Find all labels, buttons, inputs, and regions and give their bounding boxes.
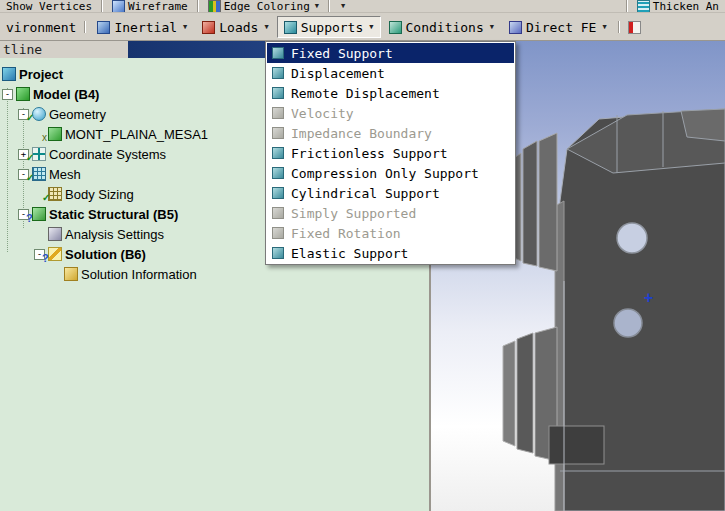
- conditions-icon: [389, 21, 402, 34]
- supports-button[interactable]: Supports ▼: [277, 16, 381, 38]
- menu-item-velocity[interactable]: Velocity: [267, 103, 514, 123]
- chevron-down-icon: ▼: [341, 2, 345, 10]
- loads-button[interactable]: Loads ▼: [195, 16, 275, 38]
- menu-item-cylindrical-support[interactable]: Cylindrical Support: [267, 183, 514, 203]
- hidden-badge: x: [42, 133, 47, 143]
- direct-fe-label: Direct FE: [526, 20, 596, 35]
- tree-item-label: Static Structural (B5): [49, 207, 178, 222]
- tree-item-label: Body Sizing: [65, 187, 134, 202]
- menu-item-label: Fixed Rotation: [291, 226, 401, 241]
- simply-supported-icon: [272, 207, 284, 219]
- menu-item-label: Velocity: [291, 106, 354, 121]
- menu-item-label: Remote Displacement: [291, 86, 440, 101]
- tree-item-label: Coordinate Systems: [49, 147, 166, 162]
- question-badge: ?: [26, 213, 33, 223]
- question-badge: ?: [42, 253, 49, 263]
- coordinate-systems-icon: ✓: [32, 147, 46, 161]
- body-sizing-icon: ✓: [48, 187, 62, 201]
- chevron-down-icon: ▼: [602, 23, 606, 31]
- chevron-down-icon: ▼: [490, 23, 494, 31]
- menu-item-frictionless-support[interactable]: Frictionless Support: [267, 143, 514, 163]
- displacement-icon: [272, 67, 284, 79]
- tree-item-label: Model (B4): [33, 87, 99, 102]
- menu-item-label: Displacement: [291, 66, 385, 81]
- loads-label: Loads: [219, 20, 258, 35]
- inertial-label: Inertial: [114, 20, 177, 35]
- menu-item-fixed-rotation[interactable]: Fixed Rotation: [267, 223, 514, 243]
- toolbar-separator: [84, 21, 86, 33]
- outline-title: tline: [0, 41, 128, 58]
- worksheet-button[interactable]: [624, 14, 645, 40]
- edge-thickness-dropdown[interactable]: ▼: [335, 0, 349, 12]
- static-structural-icon: ?: [32, 207, 46, 221]
- tree-item-label: Solution (B6): [65, 247, 146, 262]
- worksheet-icon: [628, 21, 641, 34]
- thicken-annotations-button[interactable]: Thicken An: [633, 0, 723, 12]
- direct-fe-icon: [509, 21, 522, 34]
- menu-item-label: Compression Only Support: [291, 166, 479, 181]
- velocity-icon: [272, 107, 284, 119]
- wireframe-button[interactable]: Wireframe: [108, 0, 192, 12]
- solid-body-icon: x: [48, 127, 62, 141]
- fixed-support-icon: [272, 47, 284, 59]
- toolbar-separator: [197, 0, 199, 12]
- menu-item-elastic-support[interactable]: Elastic Support: [267, 243, 514, 263]
- analysis-settings-icon: [48, 227, 62, 241]
- inertial-icon: [97, 21, 110, 34]
- menu-item-label: Simply Supported: [291, 206, 416, 221]
- menu-item-label: Cylindrical Support: [291, 186, 440, 201]
- tree-item-label: MONT_PLAINA_MESA1: [65, 127, 208, 142]
- thicken-annotations-icon: [637, 0, 650, 13]
- compression-only-support-icon: [272, 167, 284, 179]
- selection-cross-icon: +: [644, 289, 653, 307]
- environment-label: vironment: [2, 20, 80, 35]
- solution-icon: ?: [48, 247, 62, 261]
- chevron-down-icon: ▼: [369, 23, 373, 31]
- tree-item-label: Solution Information: [81, 267, 197, 282]
- supports-icon: [284, 21, 297, 34]
- graphics-toolbar: Show Vertices Wireframe Edge Coloring ▼ …: [0, 0, 725, 13]
- project-icon: [2, 67, 16, 81]
- toolbar-separator: [618, 21, 620, 33]
- menu-item-remote-displacement[interactable]: Remote Displacement: [267, 83, 514, 103]
- impedance-boundary-icon: [272, 127, 284, 139]
- tree-item-label: Analysis Settings: [65, 227, 164, 242]
- toolbar-separator: [626, 0, 628, 12]
- edge-coloring-label: Edge Coloring: [224, 0, 310, 13]
- inertial-button[interactable]: Inertial ▼: [90, 16, 194, 38]
- edge-coloring-icon: [208, 0, 221, 13]
- tree-item-label: Geometry: [49, 107, 106, 122]
- show-vertices-button[interactable]: Show Vertices: [2, 0, 96, 12]
- menu-item-impedance-boundary[interactable]: Impedance Boundary: [267, 123, 514, 143]
- menu-item-label: Frictionless Support: [291, 146, 448, 161]
- mechanical-window: Show Vertices Wireframe Edge Coloring ▼ …: [0, 0, 725, 511]
- chevron-down-icon: ▼: [264, 23, 268, 31]
- supports-label: Supports: [301, 20, 364, 35]
- menu-item-label: Elastic Support: [291, 246, 408, 261]
- check-badge: ✓: [42, 193, 50, 203]
- chevron-down-icon: ▼: [315, 2, 319, 10]
- direct-fe-button[interactable]: Direct FE ▼: [502, 16, 614, 38]
- tree-item-solution-information[interactable]: Solution Information: [0, 264, 429, 284]
- edge-coloring-button[interactable]: Edge Coloring ▼: [204, 0, 323, 12]
- menu-item-displacement[interactable]: Displacement: [267, 63, 514, 83]
- supports-dropdown-menu: Fixed Support Displacement Remote Displa…: [265, 41, 516, 265]
- thicken-annotations-label: Thicken An: [653, 0, 719, 13]
- chevron-down-icon: ▼: [183, 23, 187, 31]
- toolbar-separator: [328, 0, 330, 12]
- check-badge: ✓: [26, 113, 34, 123]
- menu-item-simply-supported[interactable]: Simply Supported: [267, 203, 514, 223]
- tree-item-label: Mesh: [49, 167, 81, 182]
- show-vertices-label: Show Vertices: [6, 0, 92, 13]
- collapse-icon[interactable]: -: [2, 89, 13, 100]
- fixed-rotation-icon: [272, 227, 284, 239]
- menu-item-compression-only-support[interactable]: Compression Only Support: [267, 163, 514, 183]
- conditions-button[interactable]: Conditions ▼: [382, 16, 502, 38]
- cylindrical-support-icon: [272, 187, 284, 199]
- menu-item-fixed-support[interactable]: Fixed Support: [267, 43, 514, 63]
- tree-item-label: Project: [19, 67, 63, 82]
- geometry-icon: ✓: [32, 107, 46, 121]
- menu-item-label: Impedance Boundary: [291, 126, 432, 141]
- check-badge: ✓: [26, 153, 34, 163]
- menu-item-label: Fixed Support: [291, 46, 393, 61]
